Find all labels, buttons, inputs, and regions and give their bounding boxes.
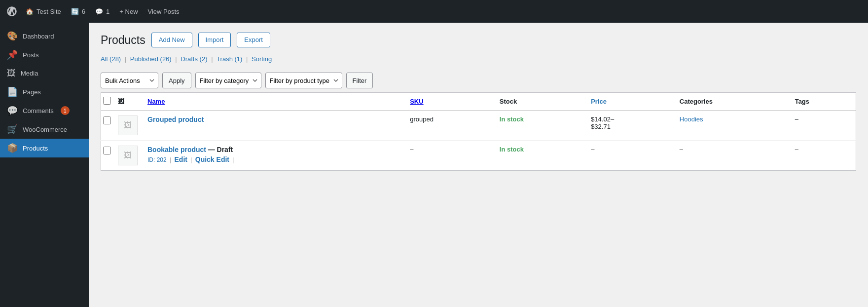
adminbar-updates[interactable]: 🔄 6	[67, 6, 89, 17]
dashboard-icon: 🎨	[7, 31, 18, 41]
sidebar-item-posts[interactable]: 📌 Posts	[0, 45, 89, 64]
sep4: |	[246, 55, 250, 63]
comments-badge: 1	[61, 106, 70, 115]
updates-icon: 🔄	[71, 8, 79, 15]
thumb-placeholder-icon: 🖼	[124, 121, 132, 130]
comments-icon: 💬	[95, 8, 103, 15]
table-row: 🖼 Grouped product grouped In stock $14.0…	[101, 111, 856, 141]
row2-id-label: ID:	[147, 156, 157, 163]
products-table: 🖼 Name SKU Stock Price Categories Tags	[101, 92, 856, 171]
media-icon: 🖼	[7, 68, 16, 78]
woocommerce-icon: 🛒	[7, 124, 18, 135]
view-trash[interactable]: Trash (1)	[217, 55, 244, 63]
sidebar-item-media[interactable]: 🖼 Media	[0, 64, 89, 82]
row2-tags: –	[790, 141, 856, 171]
col-thumb: 🖼	[113, 93, 143, 111]
filter-button[interactable]: Filter	[346, 73, 373, 88]
sidebar-item-comments[interactable]: 💬 Comments 1	[0, 101, 89, 120]
view-drafts[interactable]: Drafts (2)	[181, 55, 209, 63]
page-title: Products	[101, 34, 145, 47]
col-sku-sort[interactable]: SKU	[410, 98, 423, 105]
row2-actions: ID: 202 | Edit | Quick Edit |	[147, 155, 400, 163]
table-row: 🖼 Bookable product — Draft ID: 202 | Edi…	[101, 141, 856, 171]
pages-icon: 📄	[7, 86, 18, 97]
filter-category-select[interactable]: Filter by category Hoodies Tshirts	[195, 73, 261, 88]
view-all[interactable]: All (28)	[101, 55, 123, 63]
row1-categories: Hoodies	[675, 111, 790, 141]
row1-price: $14.02–$32.71	[586, 111, 675, 141]
col-tags: Tags	[790, 93, 856, 111]
import-button[interactable]: Import	[198, 33, 231, 47]
sidebar-item-pages[interactable]: 📄 Pages	[0, 82, 89, 101]
sidebar-item-woocommerce[interactable]: 🛒 WooCommerce	[0, 120, 89, 139]
posts-icon: 📌	[7, 49, 18, 60]
row1-stock-status: In stock	[500, 115, 524, 123]
home-icon: 🏠	[26, 8, 34, 15]
sidebar: 🎨 Dashboard 📌 Posts 🖼 Media 📄 Pages 💬 Co…	[0, 23, 89, 307]
row1-thumb: 🖼	[113, 111, 143, 141]
products-icon: 📦	[7, 143, 18, 154]
row1-sku: grouped	[405, 111, 495, 141]
main-content: Products Add New Import Export All (28) …	[89, 23, 868, 307]
col-price-sort[interactable]: Price	[591, 98, 607, 105]
wp-logo[interactable]	[4, 3, 20, 19]
col-price: Price	[586, 93, 675, 111]
row2-check	[101, 141, 113, 171]
row2-thumb: 🖼	[113, 141, 143, 171]
sep1: |	[125, 55, 128, 63]
row2-stock-status: In stock	[500, 146, 524, 153]
view-sorting[interactable]: Sorting	[252, 55, 272, 63]
row2-edit-link[interactable]: Edit	[175, 155, 187, 163]
admin-bar: 🏠 Test Site 🔄 6 💬 1 + New View Posts	[0, 0, 868, 23]
adminbar-view-posts[interactable]: View Posts	[144, 6, 183, 17]
comments-menu-icon: 💬	[7, 105, 18, 116]
col-name: Name	[143, 93, 405, 111]
filter-type-select[interactable]: Filter by product type Simple Grouped Va…	[265, 73, 342, 88]
view-published[interactable]: Published (26)	[130, 55, 173, 63]
adminbar-new[interactable]: + New	[115, 6, 142, 17]
row2-quickedit-link[interactable]: Quick Edit	[195, 155, 229, 163]
adminbar-site[interactable]: 🏠 Test Site	[22, 6, 65, 17]
adminbar-comments[interactable]: 💬 1	[91, 6, 113, 17]
sep2: |	[175, 55, 179, 63]
sep3: |	[211, 55, 215, 63]
row1-category-link[interactable]: Hoodies	[680, 115, 703, 123]
sidebar-item-products[interactable]: 📦 Products	[0, 139, 89, 157]
toolbar: Bulk Actions Edit Move to Trash Apply Fi…	[101, 69, 856, 92]
export-button[interactable]: Export	[237, 33, 270, 47]
row2-price: –	[586, 141, 675, 171]
row2-sku: –	[405, 141, 495, 171]
row1-stock: In stock	[495, 111, 586, 141]
row2-checkbox[interactable]	[103, 147, 111, 154]
row1-checkbox[interactable]	[103, 116, 111, 124]
row2-product-link[interactable]: Bookable product	[147, 146, 206, 154]
row2-name-cell: Bookable product — Draft ID: 202 | Edit …	[143, 141, 405, 171]
col-check	[101, 93, 113, 111]
thumb2-placeholder-icon: 🖼	[124, 151, 132, 160]
col-name-sort[interactable]: Name	[147, 98, 165, 105]
row1-thumbnail: 🖼	[118, 115, 138, 135]
row1-tags: –	[790, 111, 856, 141]
col-stock: Stock	[495, 93, 586, 111]
row2-categories: –	[675, 141, 790, 171]
col-categories: Categories	[675, 93, 790, 111]
row1-product-link[interactable]: Grouped product	[147, 115, 204, 123]
table-header-row: 🖼 Name SKU Stock Price Categories Tags	[101, 93, 856, 111]
col-sku: SKU	[405, 93, 495, 111]
apply-button[interactable]: Apply	[162, 73, 191, 88]
add-new-button[interactable]: Add New	[151, 33, 192, 47]
views-bar: All (28) | Published (26) | Drafts (2) |…	[101, 55, 856, 63]
sidebar-item-dashboard[interactable]: 🎨 Dashboard	[0, 27, 89, 45]
page-header: Products Add New Import Export	[101, 33, 856, 47]
row1-name-cell: Grouped product	[143, 111, 405, 141]
thumb-icon: 🖼	[118, 98, 124, 105]
bulk-actions-select[interactable]: Bulk Actions Edit Move to Trash	[101, 73, 158, 88]
row1-check	[101, 111, 113, 141]
row2-stock: In stock	[495, 141, 586, 171]
select-all-checkbox[interactable]	[103, 97, 111, 105]
row2-draft-label: — Draft	[208, 146, 233, 154]
row2-thumbnail: 🖼	[118, 146, 138, 165]
